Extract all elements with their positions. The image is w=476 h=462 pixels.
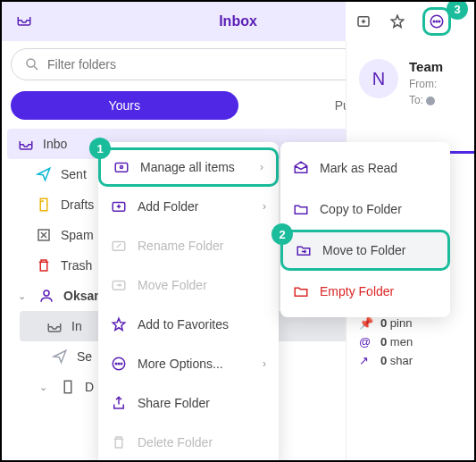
menu-label: Move to Folder (322, 243, 405, 257)
more-icon (111, 356, 127, 372)
menu-label: Delete Folder (138, 435, 213, 449)
star-icon[interactable] (388, 13, 406, 30)
add-folder-icon (111, 198, 127, 214)
menu-add-folder[interactable]: Add Folder › (98, 187, 279, 226)
chevron-right-icon: › (263, 357, 266, 370)
folder-label: Se (77, 349, 92, 364)
to-label: To: (409, 94, 443, 106)
share-icon: ↗ (359, 354, 373, 367)
rename-icon (111, 238, 127, 254)
share-icon (111, 395, 127, 411)
folder-label: In (71, 319, 82, 333)
manage-items-submenu: Mark as Read Copy to Folder Move to Fold… (280, 142, 450, 317)
trash-icon (111, 434, 127, 450)
folder-label: D (85, 380, 94, 394)
svg-point-15 (118, 363, 120, 365)
folder-label: Drafts (61, 197, 94, 212)
menu-copy-folder[interactable]: Copy to Folder (280, 189, 450, 230)
menu-share-folder[interactable]: Share Folder (98, 383, 279, 423)
pin-icon: 📌 (359, 316, 373, 330)
folder-label: Oksan (63, 289, 102, 303)
svg-rect-8 (115, 164, 128, 172)
callout-2: 2 (271, 223, 293, 245)
folder-icon (60, 379, 76, 395)
svg-point-16 (121, 363, 122, 365)
menu-move-folder: Move Folder (98, 265, 279, 305)
menu-delete-folder: Delete Folder (98, 423, 279, 462)
menu-label: Add Folder (138, 199, 198, 214)
svg-point-9 (121, 166, 123, 169)
stat-share: ↗ 0 shar (359, 354, 465, 367)
folder-label: Trash (61, 258, 92, 273)
svg-point-14 (115, 363, 117, 365)
chevron-down-icon: ⌄ (18, 290, 26, 302)
svg-point-3 (436, 21, 438, 22)
chevron-right-icon: › (260, 161, 263, 173)
move-icon (111, 277, 127, 293)
chevron-right-icon: › (263, 200, 266, 213)
callout-1: 1 (89, 138, 111, 159)
inbox-tray-icon (16, 12, 32, 31)
menu-label: Share Folder (138, 396, 210, 410)
menu-add-favorites[interactable]: Add to Favorites (98, 305, 279, 344)
svg-point-2 (433, 21, 435, 22)
menu-label: Rename Folder (138, 239, 224, 253)
folder-context-menu: Manage all items › Add Folder › Rename F… (98, 142, 279, 462)
folder-label: Sent (61, 167, 87, 181)
menu-label: More Options... (138, 357, 223, 371)
user-icon (38, 288, 54, 304)
svg-point-5 (27, 59, 35, 67)
folder-label: Spam (61, 228, 94, 242)
sender-name: Team (409, 59, 443, 74)
folder-icon (293, 201, 309, 217)
folder-move-icon (296, 242, 312, 258)
inbox-icon (18, 136, 34, 152)
menu-label: Move Folder (138, 278, 207, 292)
mail-open-icon (293, 160, 309, 176)
trash-icon (36, 257, 52, 273)
folder-empty-icon (293, 283, 309, 299)
menu-more-options[interactable]: More Options... › (98, 344, 279, 383)
menu-label: Mark as Read (320, 161, 397, 175)
menu-rename-folder: Rename Folder (98, 226, 279, 265)
inbox-icon (46, 318, 63, 334)
svg-point-7 (44, 290, 49, 296)
menu-label: Copy to Folder (320, 202, 402, 216)
avatar: N (359, 59, 398, 98)
drafts-icon (36, 197, 52, 213)
tab-yours[interactable]: Yours (11, 91, 238, 120)
star-icon (111, 316, 127, 332)
search-icon (24, 56, 40, 72)
spam-icon (36, 227, 52, 243)
menu-manage-all-items[interactable]: Manage all items › (98, 147, 279, 187)
menu-empty-folder[interactable]: Empty Folder (280, 271, 450, 312)
folder-label: Inbo (43, 137, 67, 151)
sent-icon (36, 166, 52, 182)
menu-move-to-folder[interactable]: Move to Folder (280, 230, 450, 271)
svg-point-4 (438, 21, 440, 22)
chevron-down-icon: ⌄ (39, 382, 47, 393)
at-icon: @ (359, 335, 373, 349)
archive-icon[interactable] (355, 13, 372, 30)
menu-label: Manage all items (140, 160, 235, 174)
manage-icon (113, 159, 129, 175)
menu-mark-read[interactable]: Mark as Read (280, 147, 450, 189)
from-label: From: (409, 78, 443, 90)
menu-label: Add to Favorites (138, 317, 229, 332)
stat-mentions: @ 0 men (359, 335, 465, 349)
sent-icon (52, 349, 68, 365)
stat-pinned: 📌 0 pinn (359, 316, 465, 330)
menu-label: Empty Folder (320, 284, 394, 298)
